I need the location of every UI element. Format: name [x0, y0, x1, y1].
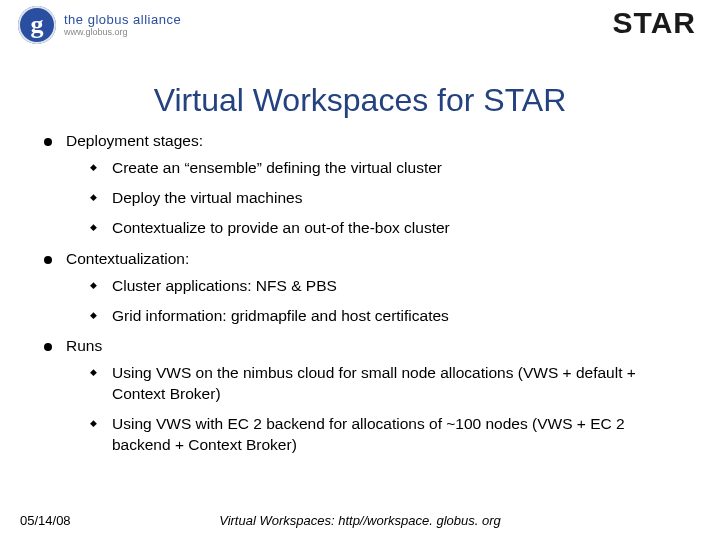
globus-logo-text: the globus alliance www.globus.org: [64, 13, 181, 37]
slide-header: g the globus alliance www.globus.org STA…: [0, 0, 720, 64]
slide-footer: 05/14/08 Virtual Workspaces: http//works…: [0, 513, 720, 528]
sub-list-item: Using VWS with EC 2 backend for allocati…: [86, 414, 686, 456]
list-item: Deployment stages: Create an “ensemble” …: [44, 131, 686, 239]
list-item: Contextualization: Cluster applications:…: [44, 249, 686, 327]
footer-center: Virtual Workspaces: http//workspace. glo…: [0, 513, 720, 528]
sub-list-item: Grid information: gridmapfile and host c…: [86, 306, 686, 327]
list-item: Runs Using VWS on the nimbus cloud for s…: [44, 336, 686, 456]
sub-list-item: Contextualize to provide an out-of the-b…: [86, 218, 686, 239]
star-logo-text: STAR: [613, 6, 696, 40]
sub-list: Create an “ensemble” defining the virtua…: [66, 158, 686, 239]
sub-list: Cluster applications: NFS & PBS Grid inf…: [66, 276, 686, 327]
slide: g the globus alliance www.globus.org STA…: [0, 0, 720, 540]
slide-content: Deployment stages: Create an “ensemble” …: [0, 131, 720, 456]
sub-list-item: Using VWS on the nimbus cloud for small …: [86, 363, 686, 405]
sub-list: Using VWS on the nimbus cloud for small …: [66, 363, 686, 456]
bullet-label: Contextualization:: [66, 250, 189, 267]
sub-list-item: Cluster applications: NFS & PBS: [86, 276, 686, 297]
footer-date: 05/14/08: [20, 513, 71, 528]
globus-url: www.globus.org: [64, 28, 181, 37]
bullet-label: Deployment stages:: [66, 132, 203, 149]
bullet-list: Deployment stages: Create an “ensemble” …: [44, 131, 686, 456]
globus-g-icon: g: [18, 6, 56, 44]
globus-logo: g the globus alliance www.globus.org: [18, 6, 181, 44]
star-logo: STAR: [613, 6, 702, 40]
sub-list-item: Deploy the virtual machines: [86, 188, 686, 209]
sub-list-item: Create an “ensemble” defining the virtua…: [86, 158, 686, 179]
bullet-label: Runs: [66, 337, 102, 354]
globus-name: the globus alliance: [64, 13, 181, 26]
slide-title: Virtual Workspaces for STAR: [0, 82, 720, 119]
